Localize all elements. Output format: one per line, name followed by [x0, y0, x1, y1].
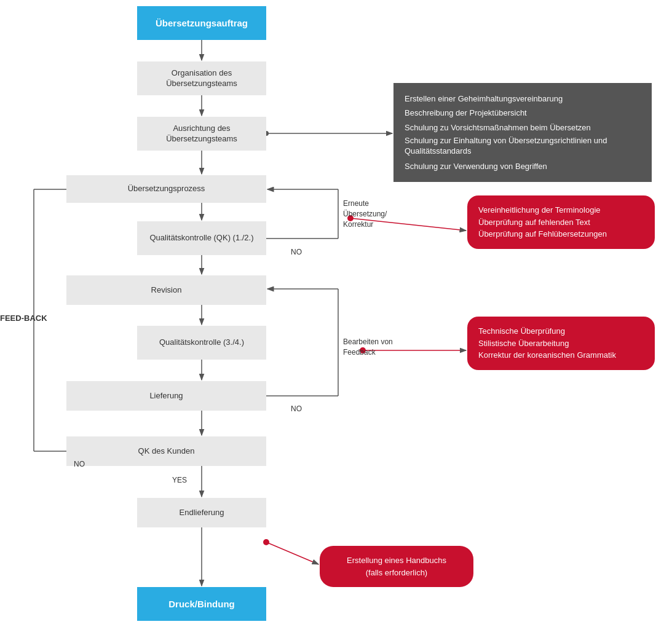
dark-info-box: Erstellen einer Geheimhaltungsvereinbaru… — [393, 83, 652, 182]
flowchart: Übersetzungsauftrag Organisation des Übe… — [0, 0, 672, 627]
qualitaetskontrolle1-label: Qualitätskontrolle (QK) (1./2.) — [149, 233, 253, 243]
lieferung-box: Lieferung — [66, 381, 266, 411]
qualitaetskontrolle1-box: Qualitätskontrolle (QK) (1./2.) — [137, 221, 266, 255]
organisation-box: Organisation des Übersetzungsteams — [137, 61, 266, 95]
qk-kunden-box: QK des Kunden — [66, 436, 266, 466]
ubersetzungsprozess-box: Übersetzungsprozess — [66, 175, 266, 203]
ubersetzungsprozess-label: Übersetzungsprozess — [128, 184, 205, 194]
red-item-2-2: Stilistische Überarbeitung — [478, 337, 644, 350]
revision-label: Revision — [151, 285, 182, 296]
red-item-2-3: Korrektur der koreanischen Grammatik — [478, 349, 644, 361]
ubersetzungsauftrag-box: Übersetzungsauftrag — [137, 6, 266, 40]
revision-box: Revision — [66, 275, 266, 305]
qualitaetskontrolle2-box: Qualitätskontrolle (3./4.) — [137, 326, 266, 360]
ausrichtung-box: Ausrichtung des Übersetzungsteams — [137, 117, 266, 151]
dark-item-2: Beschreibung der Projektübersicht — [405, 106, 641, 120]
dark-item-4: Schulung zur Einhaltung von Übersetzungs… — [405, 136, 641, 157]
bearbeiten-label: Bearbeiten vonFeedback — [343, 337, 393, 358]
red-item-1-2: Überprüfung auf fehlenden Text — [478, 216, 644, 229]
red-box-2: Technische Überprüfung Stilistische Über… — [467, 317, 655, 370]
svg-line-27 — [266, 542, 318, 564]
druck-label: Druck/Bindung — [168, 598, 235, 610]
dark-item-3: Schulung zu Vorsichtsmaßnahmen beim Über… — [405, 120, 641, 135]
red-item-1-3: Überprüfung auf Fehlübersetzungen — [478, 228, 644, 240]
no-label-1: NO — [291, 248, 302, 256]
organisation-label: Organisation des Übersetzungsteams — [137, 68, 266, 89]
red-item-1-1: Vereinheitlichung der Terminologie — [478, 204, 644, 216]
no-label-3: NO — [74, 460, 85, 468]
qualitaetskontrolle2-label: Qualitätskontrolle (3./4.) — [159, 337, 244, 348]
qk-kunden-label: QK des Kunden — [138, 446, 195, 457]
red-item-2-1: Technische Überprüfung — [478, 325, 644, 337]
erneute-label: ErneuteÜbersetzung/Korrektur — [343, 199, 387, 229]
red-box-3-label: Erstellung eines Handbuchs(falls erforde… — [347, 554, 446, 578]
endlieferung-box: Endlieferung — [137, 498, 266, 527]
svg-point-28 — [263, 539, 269, 545]
red-box-1: Vereinheitlichung der Terminologie Überp… — [467, 195, 655, 249]
dark-item-1: Erstellen einer Geheimhaltungsvereinbaru… — [405, 92, 641, 106]
no-label-2: NO — [291, 404, 302, 413]
yes-label: YES — [172, 476, 187, 484]
endlieferung-label: Endlieferung — [180, 508, 224, 518]
feedback-label: FEED-BACK — [0, 314, 47, 323]
lieferung-label: Lieferung — [149, 391, 183, 401]
druck-box: Druck/Bindung — [137, 587, 266, 621]
red-box-3: Erstellung eines Handbuchs(falls erforde… — [320, 546, 473, 587]
ubersetzungsauftrag-label: Übersetzungsauftrag — [156, 17, 248, 30]
dark-item-5: Schulung zur Verwendung von Begriffen — [405, 159, 641, 173]
ausrichtung-label: Ausrichtung des Übersetzungsteams — [137, 124, 266, 144]
